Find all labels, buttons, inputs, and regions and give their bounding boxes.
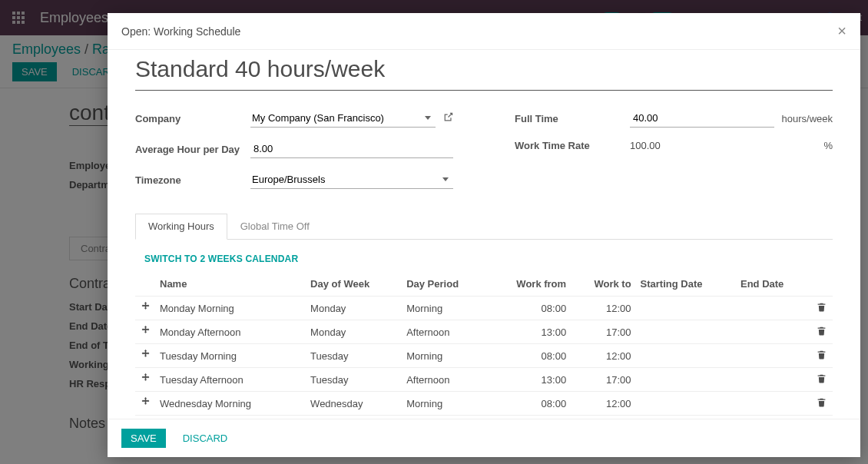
cell-start[interactable] — [636, 320, 736, 344]
cell-from[interactable]: 13:00 — [488, 320, 571, 344]
avg-hours-label: Average Hour per Day — [135, 144, 250, 155]
table-row[interactable]: Tuesday MorningTuesdayMorning08:0012:00 — [135, 344, 833, 368]
trash-icon[interactable] — [810, 344, 833, 368]
cell-start[interactable] — [636, 368, 736, 392]
cell-start[interactable] — [636, 297, 736, 320]
trash-icon[interactable] — [810, 392, 833, 416]
cell-period[interactable]: Morning — [402, 392, 488, 416]
modal-footer: SAVE DISCARD — [108, 419, 860, 457]
full-time-label: Full Time — [515, 113, 630, 124]
company-select[interactable] — [250, 111, 420, 125]
timezone-select[interactable] — [250, 172, 438, 187]
work-rate-value: 100.00 — [630, 140, 816, 151]
close-icon[interactable]: × — [837, 22, 846, 40]
schedule-table: Name Day of Week Day Period Work from Wo… — [135, 272, 833, 419]
drag-handle-icon[interactable] — [135, 320, 155, 344]
cell-to[interactable]: 17:00 — [571, 320, 635, 344]
cell-to[interactable]: 12:00 — [571, 392, 635, 416]
tab-working-hours[interactable]: Working Hours — [135, 214, 227, 240]
cell-end[interactable] — [736, 320, 810, 344]
schedule-title[interactable]: Standard 40 hours/week — [135, 50, 833, 91]
full-time-input[interactable] — [630, 109, 774, 128]
col-to: Work to — [571, 272, 635, 297]
col-from: Work from — [488, 272, 571, 297]
cell-name[interactable]: Wednesday Morning — [155, 392, 306, 416]
cell-period[interactable]: Afternoon — [402, 368, 488, 392]
table-row[interactable]: Wednesday MorningWednesdayMorning08:0012… — [135, 392, 833, 416]
chevron-down-icon[interactable] — [442, 177, 449, 181]
modal-save-button[interactable]: SAVE — [121, 429, 166, 448]
switch-calendar-link[interactable]: SWITCH TO 2 WEEKS CALENDAR — [144, 254, 298, 264]
company-label: Company — [135, 113, 250, 124]
modal-header: Open: Working Schedule × — [108, 13, 860, 50]
avg-hours-input[interactable] — [250, 140, 453, 158]
cell-dow[interactable]: Monday — [306, 320, 402, 344]
cell-dow[interactable]: Tuesday — [306, 344, 402, 368]
external-link-icon[interactable] — [443, 112, 453, 124]
full-time-unit: hours/week — [782, 113, 833, 124]
cell-end[interactable] — [736, 344, 810, 368]
timezone-label: Timezone — [135, 174, 250, 186]
cell-from[interactable]: 08:00 — [488, 344, 571, 368]
drag-handle-icon[interactable] — [135, 368, 155, 392]
cell-name[interactable]: Tuesday Morning — [155, 344, 306, 368]
cell-to[interactable]: 12:00 — [571, 297, 635, 320]
working-schedule-modal: Open: Working Schedule × Standard 40 hou… — [108, 13, 860, 457]
cell-name[interactable]: Tuesday Afternoon — [155, 368, 306, 392]
modal-discard-button[interactable]: DISCARD — [174, 429, 237, 448]
work-rate-unit: % — [823, 140, 833, 151]
table-row[interactable]: Tuesday AfternoonTuesdayAfternoon13:0017… — [135, 368, 833, 392]
trash-icon[interactable] — [810, 297, 833, 320]
cell-end[interactable] — [736, 297, 810, 320]
form-grid: Company Average Hour per Day — [135, 106, 833, 198]
cell-to[interactable]: 17:00 — [571, 368, 635, 392]
cell-end[interactable] — [736, 392, 810, 416]
cell-to[interactable]: 12:00 — [571, 344, 635, 368]
cell-period[interactable]: Morning — [402, 297, 488, 320]
col-period: Day Period — [402, 272, 488, 297]
col-dow: Day of Week — [306, 272, 402, 297]
cell-period[interactable]: Morning — [402, 344, 488, 368]
form-col-left: Company Average Hour per Day — [135, 106, 453, 198]
table-row[interactable]: Monday AfternoonMondayAfternoon13:0017:0… — [135, 320, 833, 344]
drag-handle-icon[interactable] — [135, 392, 155, 416]
modal-body: Standard 40 hours/week Company — [108, 50, 860, 419]
cell-start[interactable] — [636, 344, 736, 368]
drag-handle-icon[interactable] — [135, 297, 155, 320]
col-end: End Date — [736, 272, 810, 297]
tab-global-time-off[interactable]: Global Time Off — [227, 214, 323, 239]
cell-dow[interactable]: Wednesday — [306, 392, 402, 416]
chevron-down-icon[interactable] — [425, 116, 431, 120]
cell-dow[interactable]: Monday — [306, 297, 402, 320]
cell-period[interactable]: Afternoon — [402, 320, 488, 344]
trash-icon[interactable] — [810, 320, 833, 344]
trash-icon[interactable] — [810, 368, 833, 392]
cell-name[interactable]: Monday Morning — [155, 297, 306, 320]
cell-from[interactable]: 08:00 — [488, 297, 571, 320]
drag-handle-icon[interactable] — [135, 344, 155, 368]
col-start: Starting Date — [636, 272, 736, 297]
cell-start[interactable] — [636, 392, 736, 416]
cell-from[interactable]: 13:00 — [488, 368, 571, 392]
cell-dow[interactable]: Tuesday — [306, 368, 402, 392]
form-col-right: Full Time hours/week Work Time Rate 100.… — [515, 106, 833, 198]
cell-name[interactable]: Monday Afternoon — [155, 320, 306, 344]
work-rate-label: Work Time Rate — [515, 140, 630, 151]
col-name: Name — [155, 272, 306, 297]
cell-from[interactable]: 08:00 — [488, 392, 571, 416]
table-row[interactable]: Monday MorningMondayMorning08:0012:00 — [135, 297, 833, 320]
modal-tabs: Working Hours Global Time Off — [135, 214, 833, 240]
modal-header-title: Open: Working Schedule — [121, 25, 240, 38]
cell-end[interactable] — [736, 368, 810, 392]
